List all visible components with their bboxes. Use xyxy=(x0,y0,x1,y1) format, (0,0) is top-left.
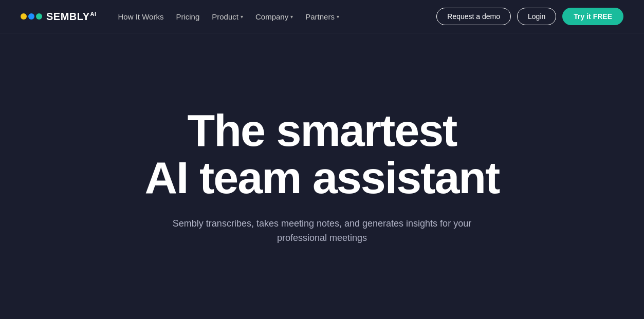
nav-how-it-works[interactable]: How It Works xyxy=(113,9,169,24)
request-demo-button[interactable]: Request a demo xyxy=(436,8,511,25)
company-chevron-icon: ▾ xyxy=(290,14,293,20)
navbar-right: Request a demo Login Try it FREE xyxy=(436,8,623,25)
hero-title: The smartest AI team assistant xyxy=(145,107,500,202)
product-chevron-icon: ▾ xyxy=(241,14,243,20)
navbar-left: SEMBLYAI How It Works Pricing Product ▾ … xyxy=(21,9,344,24)
dot-teal-icon xyxy=(36,13,42,20)
nav-product[interactable]: Product ▾ xyxy=(207,9,248,24)
nav-pricing[interactable]: Pricing xyxy=(171,9,205,24)
dot-blue-icon xyxy=(28,13,34,20)
dot-yellow-icon xyxy=(21,13,27,20)
partners-chevron-icon: ▾ xyxy=(337,14,339,20)
try-free-button[interactable]: Try it FREE xyxy=(562,8,623,25)
logo[interactable]: SEMBLYAI xyxy=(21,11,97,23)
login-button[interactable]: Login xyxy=(517,8,556,25)
navbar: SEMBLYAI How It Works Pricing Product ▾ … xyxy=(0,0,644,33)
brand-name: SEMBLYAI xyxy=(46,11,97,23)
logo-dots xyxy=(21,13,42,20)
hero-subtitle: Sembly transcribes, takes meeting notes,… xyxy=(148,216,497,246)
nav-links: How It Works Pricing Product ▾ Company ▾… xyxy=(113,9,344,24)
nav-partners[interactable]: Partners ▾ xyxy=(300,9,344,24)
hero-section: The smartest AI team assistant Sembly tr… xyxy=(0,33,644,319)
nav-company[interactable]: Company ▾ xyxy=(250,9,298,24)
